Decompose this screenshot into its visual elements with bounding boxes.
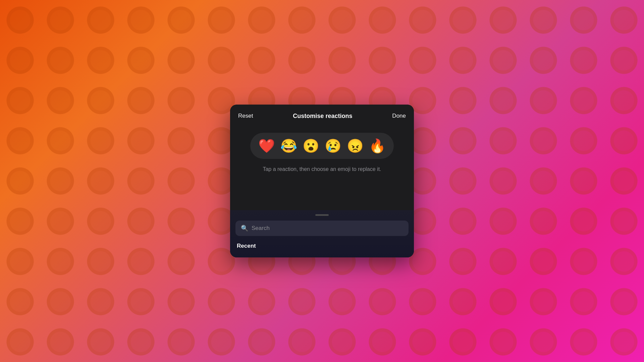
drag-handle — [315, 214, 329, 216]
reaction-angry[interactable]: 😠 — [345, 136, 365, 156]
search-icon: 🔍 — [241, 225, 248, 232]
reactions-row: ❤️ 😂 😮 😢 😠 🔥 — [250, 133, 394, 159]
bottom-panel: 🔍 Recent — [230, 210, 414, 257]
search-container[interactable]: 🔍 — [235, 221, 409, 236]
search-input[interactable] — [252, 225, 403, 232]
drag-handle-container — [235, 210, 409, 221]
modal-title: Customise reactions — [293, 113, 352, 120]
instruction-text: Tap a reaction, then choose an emoji to … — [263, 166, 381, 173]
customise-reactions-modal: Reset Customise reactions Done ❤️ 😂 😮 😢 … — [230, 105, 414, 257]
done-button[interactable]: Done — [392, 111, 406, 121]
reaction-cry[interactable]: 😢 — [323, 136, 343, 156]
reaction-fire[interactable]: 🔥 — [368, 136, 387, 156]
reaction-heart[interactable]: ❤️ — [257, 136, 276, 156]
reaction-joy[interactable]: 😂 — [279, 136, 299, 156]
modal-header: Reset Customise reactions Done — [230, 105, 414, 126]
reset-button[interactable]: Reset — [238, 111, 253, 121]
modal-body: ❤️ 😂 😮 😢 😠 🔥 Tap a reaction, then choose… — [230, 126, 414, 210]
recent-label: Recent — [235, 241, 409, 252]
reaction-surprised[interactable]: 😮 — [301, 136, 321, 156]
